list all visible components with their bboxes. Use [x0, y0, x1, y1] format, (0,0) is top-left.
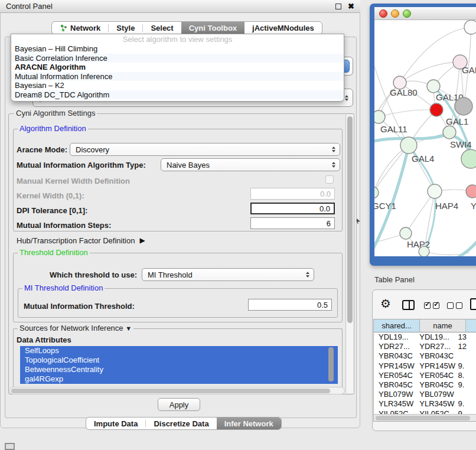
tab-select[interactable]: Select [143, 22, 181, 34]
tab-impute-data[interactable]: Impute Data [86, 418, 145, 429]
network-node-gal11[interactable] [374, 110, 385, 123]
network-node[interactable] [464, 20, 476, 34]
attribute-item[interactable]: TopologicalCoefficient [20, 356, 338, 365]
kernel-width-value: 0.0 [320, 190, 331, 198]
settings-vertical-scrollbar-thumb[interactable] [347, 116, 353, 323]
attribute-item[interactable]: gal4RGexp [20, 374, 338, 384]
network-node-gal1[interactable] [430, 103, 443, 116]
column-header[interactable]: shared... [374, 319, 420, 332]
network-node[interactable] [455, 97, 472, 115]
network-icon [60, 24, 67, 32]
algorithm-definition-title: Algorithm Definition [18, 125, 88, 133]
table-row[interactable]: YBL079WYBL079W [374, 390, 476, 399]
table-row[interactable]: YBR043CYBR043C [374, 351, 476, 361]
dpi-tolerance-field[interactable]: 0.0 [250, 203, 335, 214]
column-header[interactable] [466, 319, 476, 332]
chevron-down-icon: ▼ [125, 325, 132, 332]
popup-item[interactable]: ARACNE Algorithm [11, 63, 344, 72]
deselect-all-checkbox-icon[interactable] [447, 302, 454, 309]
sources-group-title[interactable]: Sources for Network Inference ▼ [18, 324, 133, 332]
which-threshold-combobox[interactable]: MI Threshold [142, 268, 314, 281]
popup-item[interactable]: Bayesian – Hill Climbing [11, 44, 344, 54]
network-graph[interactable]: GALGAL80GAL10GAL1GAL11SWI4GAL4GCY1HAP4YH… [374, 20, 476, 256]
table-row[interactable]: YER054CYER054C8. [374, 371, 476, 380]
attributes-scrollbar-thumb[interactable] [328, 347, 334, 381]
network-node-gal4[interactable] [400, 137, 417, 154]
table-row[interactable]: YBR045CYBR045C9. [374, 380, 476, 390]
control-panel-title: Control Panel [6, 2, 53, 11]
network-node-gal10[interactable] [427, 80, 440, 93]
column-header[interactable]: name [420, 319, 466, 332]
tab-jactivemnodules[interactable]: jActiveMNodules [244, 22, 322, 34]
table-row[interactable]: YDL19...YDL19...13 [374, 332, 476, 342]
network-node-y[interactable] [466, 185, 476, 198]
network-window-titlebar[interactable] [374, 7, 476, 20]
popup-item[interactable]: Basic Correlation Inference [11, 54, 344, 63]
settings-horizontal-scrollbar-thumb[interactable] [11, 389, 330, 394]
network-node-hap4[interactable] [428, 184, 442, 198]
chevron-updown-icon [345, 95, 348, 101]
mi-steps-field[interactable]: 6 [250, 217, 335, 229]
network-node-label: SWI4 [450, 139, 472, 149]
table-row[interactable]: YPR145WYPR145W9. [374, 361, 476, 371]
table-horizontal-scrollbar[interactable] [374, 414, 476, 421]
document-icon[interactable] [470, 298, 476, 310]
tab-infer-network[interactable]: Infer Network [217, 418, 281, 429]
popup-item[interactable]: Dream8 DC_TDC Algorithm [11, 90, 344, 100]
tab-label: Discretize Data [154, 419, 208, 428]
table-cell: YBL079W [415, 390, 455, 399]
tab-label: Network [70, 24, 100, 32]
dpi-tolerance-label: DPI Tolerance [0,1]: [17, 206, 87, 215]
network-node-label: HAP4 [435, 201, 458, 211]
table-cell: 9. [456, 399, 476, 409]
manual-kernel-checkbox[interactable] [325, 175, 334, 184]
network-canvas-area: GALGAL80GAL10GAL1GAL11SWI4GAL4GCY1HAP4YH… [374, 7, 476, 256]
gear-icon[interactable]: ⚙ [380, 298, 391, 309]
select-all-checkbox-icon[interactable] [424, 302, 431, 309]
network-node[interactable] [419, 246, 429, 256]
columns-icon[interactable] [402, 300, 415, 310]
network-node-gcy1[interactable] [374, 187, 379, 198]
deselect-all-checkbox-icon[interactable] [456, 302, 462, 309]
table-row[interactable]: YDR27...YDR27...12 [374, 342, 476, 351]
tab-discretize-data[interactable]: Discretize Data [146, 418, 216, 429]
tab-style[interactable]: Style [109, 22, 142, 34]
tab-network[interactable]: Network [52, 22, 108, 34]
close-traffic-light-icon[interactable] [379, 9, 387, 18]
chevron-updown-icon [306, 272, 309, 278]
table-cell [456, 351, 476, 361]
mi-type-value: Naive Bayes [167, 161, 210, 169]
float-icon[interactable] [335, 4, 341, 9]
popup-item[interactable]: Mutual Information Inference [11, 72, 344, 81]
aracne-mode-label: Aracne Mode: [17, 145, 67, 154]
network-node[interactable] [461, 149, 476, 168]
zoom-traffic-light-icon[interactable] [403, 9, 411, 18]
panel-state-button[interactable] [5, 443, 15, 450]
table-row[interactable]: YLR345WYLR345W9. [374, 399, 476, 409]
kernel-width-field[interactable]: 0.0 [250, 188, 335, 200]
network-node-swi4[interactable] [443, 126, 456, 139]
popup-item[interactable]: Bayesian – K2 [11, 81, 344, 90]
network-node-hap2[interactable] [400, 227, 412, 239]
apply-button[interactable]: Apply [158, 398, 200, 411]
close-icon[interactable]: ✖ [348, 2, 354, 11]
table-horizontal-scrollbar-thumb[interactable] [376, 416, 470, 420]
attribute-item[interactable]: BetweennessCentrality [20, 365, 338, 374]
table-cell: 9. [456, 361, 476, 371]
table-cell: YDR27... [415, 342, 455, 351]
mi-type-combobox[interactable]: Naive Bayes [161, 158, 340, 171]
hub-section-toggle[interactable]: Hub/Transcription Factor Definition ▶ [17, 235, 145, 246]
table-cell: YLR345W [374, 399, 415, 409]
attribute-item[interactable]: SelfLoops [20, 346, 338, 356]
chevron-updown-icon [332, 162, 335, 168]
select-all-checkbox-icon[interactable] [433, 302, 439, 309]
settings-horizontal-scrollbar[interactable] [9, 387, 345, 394]
network-edge [379, 110, 436, 117]
tab-cyni-toolbox[interactable]: Cyni Toolbox [181, 22, 244, 34]
minimize-traffic-light-icon[interactable] [391, 9, 399, 18]
tab-label: Cyni Toolbox [189, 24, 237, 32]
aracne-mode-combobox[interactable]: Discovery [70, 143, 340, 156]
threshold-definition-title: Threshold Definition [18, 249, 90, 257]
mi-threshold-field[interactable]: 0.5 [248, 299, 332, 311]
network-edge-highlight [386, 239, 476, 256]
